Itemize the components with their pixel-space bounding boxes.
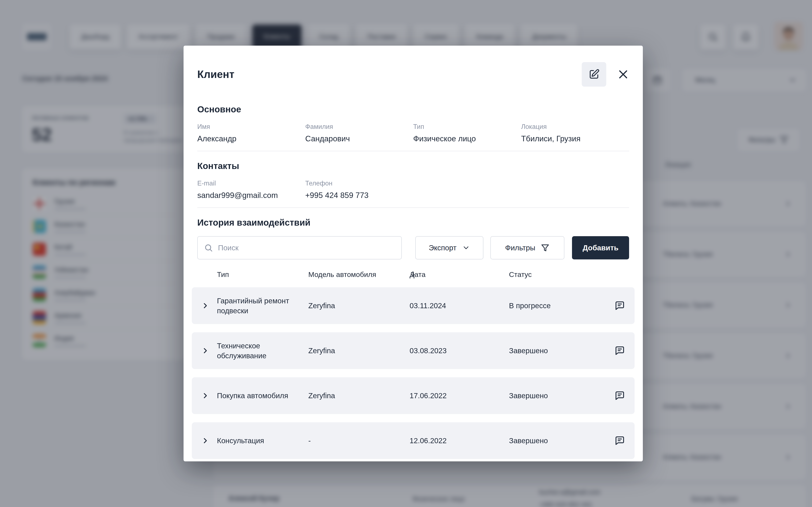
- search-icon: [204, 243, 213, 252]
- history-model-cell: -: [308, 437, 311, 445]
- history-type-cell: Покупка автомобиля: [217, 391, 297, 400]
- history-search-box[interactable]: [197, 236, 402, 260]
- modal-title: Клиент: [197, 68, 235, 80]
- funnel-icon: [541, 243, 550, 252]
- main-section-heading: Основное: [197, 104, 629, 114]
- field-location: Локация Тбилиси, Грузия: [521, 123, 629, 143]
- expand-row-icon[interactable]: [201, 437, 210, 445]
- history-type-cell: Гарантийный ремонт подвески: [217, 296, 297, 316]
- sort-down-icon: [410, 270, 416, 277]
- history-toolbar: Экспорт Фильтры Добавить: [197, 236, 629, 260]
- expand-row-icon[interactable]: [201, 301, 210, 310]
- field-phone: Телефон +995 424 859 773: [305, 180, 413, 200]
- history-row[interactable]: Покупка автомобиля Zeryfina 17.06.2022 З…: [192, 377, 635, 414]
- history-date-cell: 12.06.2022: [410, 437, 447, 445]
- edit-icon: [588, 69, 600, 80]
- history-section-heading: История взаимодействий: [197, 218, 629, 228]
- history-status-cell: В прогрессе: [509, 301, 551, 310]
- comment-icon[interactable]: [615, 346, 625, 356]
- comment-icon[interactable]: [615, 436, 625, 446]
- expand-row-icon[interactable]: [201, 391, 210, 400]
- history-type-cell: Техническое обслуживание: [217, 341, 297, 361]
- history-filters-button[interactable]: Фильтры: [490, 236, 564, 260]
- modal-header: Клиент: [197, 62, 629, 87]
- chevron-down-icon: [462, 244, 470, 252]
- column-header-status: Статус: [509, 270, 531, 279]
- contact-fields: E-mail sandar999@gmail.com Телефон +995 …: [197, 180, 629, 200]
- history-date-cell: 17.06.2022: [410, 391, 447, 400]
- history-status-cell: Завершено: [509, 437, 548, 445]
- history-row[interactable]: Гарантийный ремонт подвески Zeryfina 03.…: [192, 287, 635, 324]
- history-model-cell: Zeryfina: [308, 301, 335, 310]
- field-email: E-mail sandar999@gmail.com: [197, 180, 305, 200]
- field-client-type: Тип Физическое лицо: [413, 123, 521, 143]
- comment-icon[interactable]: [615, 391, 625, 401]
- history-model-cell: Zeryfina: [308, 346, 335, 355]
- add-interaction-button[interactable]: Добавить: [572, 236, 629, 260]
- comment-icon[interactable]: [615, 300, 625, 311]
- expand-row-icon[interactable]: [201, 346, 210, 355]
- history-table-header: Тип Модель автомобиля Дата Статус: [192, 270, 635, 279]
- main-fields: Имя Александр Фамилия Сандарович Тип Физ…: [197, 123, 629, 143]
- app-screen: Дашборд Ассортимент Продажи Клиенты Скла…: [0, 0, 812, 507]
- history-status-cell: Завершено: [509, 391, 548, 400]
- client-modal: Клиент Основное Имя Александр Фамилия Са…: [184, 46, 643, 461]
- history-model-cell: Zeryfina: [308, 391, 335, 400]
- history-row[interactable]: Консультация - 12.06.2022 Завершено: [192, 422, 635, 459]
- field-first-name: Имя Александр: [197, 123, 305, 143]
- column-header-type: Тип: [217, 270, 229, 279]
- history-date-cell: 03.11.2024: [410, 301, 446, 310]
- history-search-input[interactable]: [217, 243, 395, 252]
- edit-client-button[interactable]: [582, 62, 606, 87]
- section-divider: [197, 208, 629, 208]
- export-button[interactable]: Экспорт: [415, 236, 484, 260]
- section-divider: [197, 151, 629, 151]
- field-last-name: Фамилия Сандарович: [305, 123, 413, 143]
- history-status-cell: Завершено: [509, 346, 548, 355]
- history-row[interactable]: Техническое обслуживание Zeryfina 03.08.…: [192, 332, 635, 369]
- history-date-cell: 03.08.2023: [410, 346, 447, 355]
- contacts-section-heading: Контакты: [197, 161, 629, 171]
- column-header-model: Модель автомобиля: [308, 270, 376, 279]
- history-type-cell: Консультация: [217, 436, 297, 446]
- close-modal-button[interactable]: [617, 68, 629, 80]
- close-icon: [617, 68, 629, 80]
